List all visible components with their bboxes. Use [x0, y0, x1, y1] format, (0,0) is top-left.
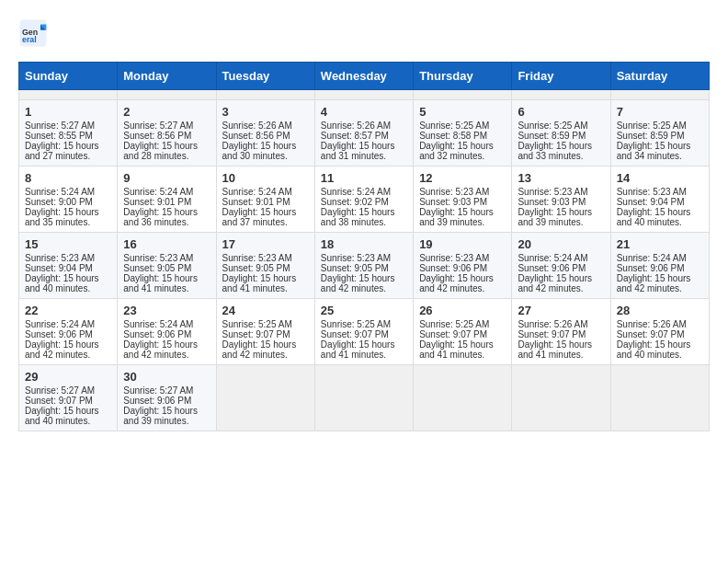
calendar-cell: 19Sunrise: 5:23 AMSunset: 9:06 PMDayligh… [414, 233, 512, 299]
day-number: 8 [25, 171, 111, 185]
cell-text: Daylight: 15 hours [518, 339, 604, 350]
calendar-week-0 [19, 90, 710, 100]
cell-text: and 35 minutes. [25, 217, 111, 227]
cell-text: Sunset: 9:06 PM [123, 396, 210, 406]
day-number: 23 [123, 304, 210, 317]
cell-text: Sunrise: 5:24 AM [123, 319, 210, 329]
col-header-tuesday: Tuesday [216, 63, 314, 90]
svg-text:eral: eral [22, 35, 37, 44]
calendar-cell [216, 90, 314, 100]
day-number: 13 [518, 171, 604, 185]
cell-text: Daylight: 15 hours [222, 207, 309, 217]
cell-text: Sunrise: 5:27 AM [123, 121, 210, 131]
cell-text: Sunset: 9:03 PM [518, 197, 604, 207]
cell-text: and 40 minutes. [617, 350, 703, 360]
day-number: 9 [123, 171, 210, 185]
cell-text: Sunrise: 5:27 AM [123, 385, 210, 396]
cell-text: Daylight: 15 hours [123, 207, 210, 217]
calendar-cell: 29Sunrise: 5:27 AMSunset: 9:07 PMDayligh… [19, 365, 118, 431]
day-number: 17 [222, 237, 309, 251]
cell-text: Sunset: 9:06 PM [25, 329, 111, 339]
calendar-cell [118, 90, 216, 100]
calendar-cell: 16Sunrise: 5:23 AMSunset: 9:05 PMDayligh… [118, 233, 216, 299]
cell-text: Sunset: 9:06 PM [617, 263, 703, 273]
calendar-cell [512, 90, 610, 100]
cell-text: and 42 minutes. [25, 350, 111, 360]
cell-text: and 40 minutes. [25, 416, 111, 426]
calendar-cell: 20Sunrise: 5:24 AMSunset: 9:06 PMDayligh… [512, 233, 610, 299]
day-number: 30 [123, 370, 210, 384]
cell-text: Sunset: 9:07 PM [419, 329, 506, 339]
day-number: 11 [321, 171, 407, 185]
calendar-cell: 3Sunrise: 5:26 AMSunset: 8:56 PMDaylight… [216, 100, 314, 167]
cell-text: Daylight: 15 hours [617, 141, 703, 151]
cell-text: Daylight: 15 hours [25, 339, 111, 350]
cell-text: Daylight: 15 hours [25, 273, 111, 283]
cell-text: Sunrise: 5:24 AM [123, 187, 210, 197]
cell-text: Sunset: 8:55 PM [25, 131, 111, 141]
col-header-sunday: Sunday [19, 63, 118, 90]
cell-text: and 39 minutes. [123, 416, 210, 426]
day-number: 25 [321, 304, 407, 317]
calendar-cell [19, 90, 118, 100]
day-number: 15 [25, 237, 111, 251]
cell-text: Daylight: 15 hours [419, 207, 506, 217]
cell-text: Sunrise: 5:25 AM [419, 319, 506, 329]
cell-text: Daylight: 15 hours [222, 339, 309, 350]
col-header-thursday: Thursday [414, 63, 512, 90]
cell-text: Daylight: 15 hours [25, 406, 111, 416]
day-number: 19 [419, 237, 506, 251]
day-number: 4 [321, 105, 407, 119]
cell-text: Sunrise: 5:24 AM [25, 319, 111, 329]
calendar-cell: 17Sunrise: 5:23 AMSunset: 9:05 PMDayligh… [216, 233, 314, 299]
cell-text: Sunrise: 5:24 AM [222, 187, 309, 197]
cell-text: Sunset: 9:07 PM [617, 329, 703, 339]
cell-text: Sunset: 9:00 PM [25, 197, 111, 207]
calendar-cell [610, 90, 709, 100]
calendar-cell: 11Sunrise: 5:24 AMSunset: 9:02 PMDayligh… [314, 167, 413, 233]
cell-text: Sunrise: 5:26 AM [617, 319, 703, 329]
day-number: 5 [419, 105, 506, 119]
day-number: 20 [518, 237, 604, 251]
cell-text: and 41 minutes. [518, 350, 604, 360]
cell-text: Sunrise: 5:25 AM [321, 319, 407, 329]
cell-text: Daylight: 15 hours [617, 273, 703, 283]
day-number: 27 [518, 304, 604, 317]
calendar-cell: 26Sunrise: 5:25 AMSunset: 9:07 PMDayligh… [414, 299, 512, 365]
cell-text: and 42 minutes. [123, 350, 210, 360]
cell-text: Sunrise: 5:26 AM [518, 319, 604, 329]
calendar-cell [414, 365, 512, 431]
day-number: 6 [518, 105, 604, 119]
calendar-cell: 15Sunrise: 5:23 AMSunset: 9:04 PMDayligh… [19, 233, 118, 299]
cell-text: and 39 minutes. [419, 217, 506, 227]
cell-text: Sunrise: 5:26 AM [321, 121, 407, 131]
cell-text: and 41 minutes. [419, 350, 506, 360]
day-number: 1 [25, 105, 111, 119]
cell-text: Sunrise: 5:24 AM [321, 187, 407, 197]
cell-text: Sunset: 9:03 PM [419, 197, 506, 207]
col-header-friday: Friday [512, 63, 610, 90]
calendar-cell: 7Sunrise: 5:25 AMSunset: 8:59 PMDaylight… [610, 100, 709, 167]
cell-text: Daylight: 15 hours [123, 339, 210, 350]
day-number: 29 [25, 370, 111, 384]
calendar-table: SundayMondayTuesdayWednesdayThursdayFrid… [18, 62, 710, 431]
cell-text: Sunset: 9:05 PM [222, 263, 309, 273]
cell-text: Daylight: 15 hours [321, 273, 407, 283]
cell-text: Sunrise: 5:26 AM [222, 121, 309, 131]
day-number: 26 [419, 304, 506, 317]
day-number: 16 [123, 237, 210, 251]
cell-text: Sunrise: 5:23 AM [25, 253, 111, 263]
day-number: 10 [222, 171, 309, 185]
day-number: 12 [419, 171, 506, 185]
cell-text: Sunset: 8:56 PM [123, 131, 210, 141]
col-header-monday: Monday [118, 63, 216, 90]
cell-text: and 34 minutes. [617, 151, 703, 161]
cell-text: and 42 minutes. [518, 283, 604, 293]
cell-text: Daylight: 15 hours [419, 339, 506, 350]
cell-text: and 30 minutes. [222, 151, 309, 161]
cell-text: Daylight: 15 hours [617, 339, 703, 350]
cell-text: and 41 minutes. [222, 283, 309, 293]
cell-text: Sunrise: 5:24 AM [617, 253, 703, 263]
col-header-wednesday: Wednesday [314, 63, 413, 90]
cell-text: Daylight: 15 hours [123, 273, 210, 283]
